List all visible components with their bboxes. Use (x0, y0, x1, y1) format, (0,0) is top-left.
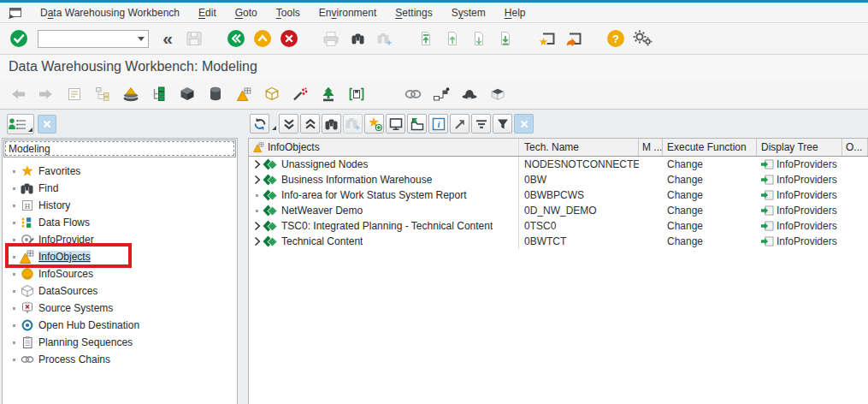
menu-item-environment[interactable]: Environment (310, 3, 386, 23)
display-tree-cell[interactable]: InfoProviders (757, 174, 842, 186)
collapse-all-button[interactable] (279, 114, 298, 134)
create-shortcut-button[interactable] (563, 27, 585, 50)
sort-button[interactable] (471, 114, 491, 134)
menu-item-goto[interactable]: Goto (226, 3, 267, 23)
sidebar-item-find[interactable]: Find (3, 180, 237, 197)
new-session-button[interactable] (536, 27, 558, 50)
column-header-execute-function[interactable]: Execute Function (663, 139, 757, 156)
column-header-o[interactable]: O... (842, 139, 868, 156)
first-page-button[interactable] (415, 27, 437, 50)
link-button[interactable] (404, 84, 422, 104)
command-input[interactable] (45, 32, 138, 46)
menu-item-system[interactable]: System (442, 3, 495, 23)
dropdown-corner-icon[interactable] (271, 114, 277, 134)
table-row[interactable]: Business Information Warehouse0BWChangeI… (249, 172, 868, 187)
column-header-tech-name[interactable]: Tech. Name (519, 139, 639, 156)
sidebar-item-open-hub-destination[interactable]: Open Hub Destination (3, 317, 237, 334)
expand-chevron-icon[interactable] (251, 159, 263, 169)
expand-chevron-icon[interactable] (251, 175, 263, 185)
find-button[interactable] (346, 27, 369, 50)
page-down-button[interactable] (468, 27, 490, 50)
display-tree-cell[interactable]: InfoProviders (757, 158, 842, 170)
sidebar-item-datasources[interactable]: DataSources (3, 282, 237, 300)
expand-all-button[interactable] (300, 114, 320, 134)
sidebar-item-infosources[interactable]: InfoSources (3, 265, 237, 282)
column-header-infoobjects[interactable]: InfoObjects (249, 139, 519, 156)
column-header-m[interactable]: M ... (639, 139, 663, 156)
back-button[interactable] (225, 27, 247, 50)
sidebar-item-infoobjects[interactable]: InfoObjects (3, 248, 237, 265)
sidebar-item-infoprovider[interactable]: InfoProvider (3, 231, 237, 248)
execute-function-cell[interactable]: Change (663, 235, 757, 247)
menu-item-tools[interactable]: Tools (267, 3, 310, 23)
table-row[interactable]: Unassigned NodesNODESNOTCONNECTEDChangeI… (249, 157, 868, 172)
expand-chevron-icon[interactable] (251, 236, 263, 247)
execute-function-cell[interactable]: Change (663, 189, 757, 201)
command-dropdown-icon[interactable] (138, 37, 145, 41)
screen-button[interactable] (386, 114, 405, 134)
sidebar-item-planning-sequences[interactable]: Planning Sequences (3, 334, 237, 351)
infosource-tree-button[interactable] (150, 84, 168, 104)
exit-button[interactable] (251, 27, 274, 50)
infocube-button[interactable] (178, 84, 197, 104)
versions-button[interactable] (347, 84, 366, 104)
wizard-button[interactable] (291, 84, 310, 104)
help-button[interactable]: ? (605, 27, 627, 50)
sidebar-header[interactable]: Modeling (3, 140, 236, 157)
find-button[interactable] (322, 114, 341, 134)
find-next-button[interactable] (343, 114, 363, 134)
infoobjects-button[interactable] (234, 84, 253, 104)
expand-chevron-icon[interactable] (251, 221, 263, 231)
menu-item-edit[interactable]: Edit (189, 3, 226, 23)
execute-function-cell[interactable]: Change (663, 158, 757, 170)
last-page-button[interactable] (494, 27, 517, 50)
nav-back-button[interactable] (9, 84, 27, 104)
sidebar-item-process-chains[interactable]: Process Chains (3, 351, 237, 368)
open-subtree-button[interactable] (407, 114, 427, 134)
multiprovider-button[interactable] (263, 84, 281, 104)
find-next-button[interactable] (373, 27, 395, 50)
menu-item-settings[interactable]: Settings (386, 3, 441, 23)
refresh-button[interactable] (250, 114, 269, 134)
command-field[interactable] (38, 30, 149, 48)
data-flow-button[interactable] (432, 84, 451, 104)
cancel-button[interactable] (278, 27, 300, 50)
sap-session-icon[interactable] (7, 6, 24, 20)
column-header-display-tree[interactable]: Display Tree (757, 139, 842, 156)
display-tree-cell[interactable]: InfoProviders (757, 189, 842, 201)
table-row[interactable]: Technical Content0BWTCTChangeInfoProvide… (249, 234, 868, 249)
display-tree-cell[interactable]: InfoProviders (757, 235, 842, 247)
enter-button[interactable] (8, 27, 30, 50)
table-row[interactable]: TSC0: Integrated Planning - Technical Co… (249, 218, 868, 234)
sidebar-item-favorites[interactable]: Favorites (3, 163, 237, 180)
detail-button[interactable] (65, 84, 84, 104)
sidebar-item-history[interactable]: HHistory (3, 197, 237, 214)
execute-function-cell[interactable]: Change (663, 174, 757, 186)
close-tree-button[interactable] (514, 114, 534, 134)
hierarchy-button[interactable] (319, 84, 338, 104)
customize-layout-button[interactable] (631, 27, 653, 50)
menu-item-help[interactable]: Help (495, 3, 535, 23)
execute-function-cell[interactable]: Change (663, 205, 757, 217)
infoprovider-stack-button[interactable] (121, 84, 140, 104)
execute-function-cell[interactable]: Change (663, 220, 757, 232)
print-button[interactable] (320, 27, 342, 50)
sidebar-item-source-systems[interactable]: Source Systems (3, 300, 237, 317)
nav-forward-button[interactable] (37, 84, 56, 104)
info-button[interactable]: i (428, 114, 448, 134)
display-tree-cell[interactable]: InfoProviders (757, 220, 842, 232)
search-agent-button[interactable] (460, 84, 479, 104)
close-sidebar-button[interactable] (38, 115, 56, 134)
database-button[interactable] (206, 84, 225, 104)
add-favorites-button[interactable] (364, 114, 384, 134)
sidebar-item-data-flows[interactable]: Data Flows (3, 214, 237, 231)
display-tree-cell[interactable]: InfoProviders (757, 205, 842, 217)
jump-button[interactable] (450, 114, 469, 134)
tree-display-button[interactable] (93, 84, 112, 104)
table-row[interactable]: NetWeaver Demo0D_NW_DEMOChangeInfoProvid… (249, 203, 868, 218)
user-view-button[interactable] (7, 114, 34, 134)
package-button[interactable] (488, 84, 507, 104)
table-row[interactable]: Info-area for Work Status System Report0… (249, 187, 868, 203)
collapse-button[interactable]: « (156, 27, 179, 50)
filter-button[interactable] (493, 114, 512, 134)
